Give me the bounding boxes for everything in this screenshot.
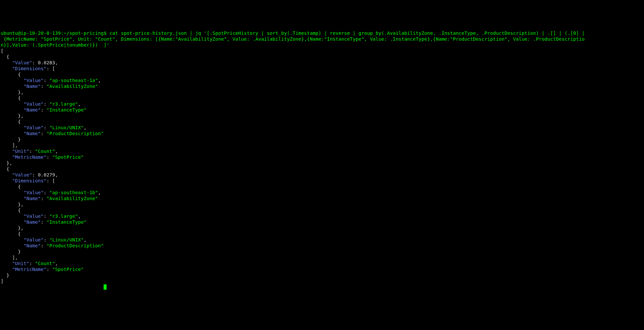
command-line-2: {MetricName: "SpotPrice", Unit: "Count",… (1, 36, 585, 42)
prompt-cwd: ~/spot-pricing (64, 31, 104, 36)
prompt-user-host: ubuntu@ip-10-20-0-139 (1, 31, 61, 36)
cursor-block-icon (104, 284, 107, 290)
command-line-3: n}],Value: (.SpotPrice|tonumber)}) ]' (1, 42, 110, 48)
shell-prompt: ubuntu@ip-10-20-0-139:~/spot-pricing$ (1, 31, 110, 36)
next-prompt-line (1, 284, 107, 290)
command-line-1: cat spot-price-history.json | jq '[.Spot… (110, 31, 585, 36)
json-output-block: [ { "Value": 0.0283, "Dimensions": [ { "… (1, 48, 104, 284)
terminal-window[interactable]: ubuntu@ip-10-20-0-139:~/spot-pricing$ ca… (0, 30, 644, 290)
prompt-separator: $ (104, 31, 107, 36)
